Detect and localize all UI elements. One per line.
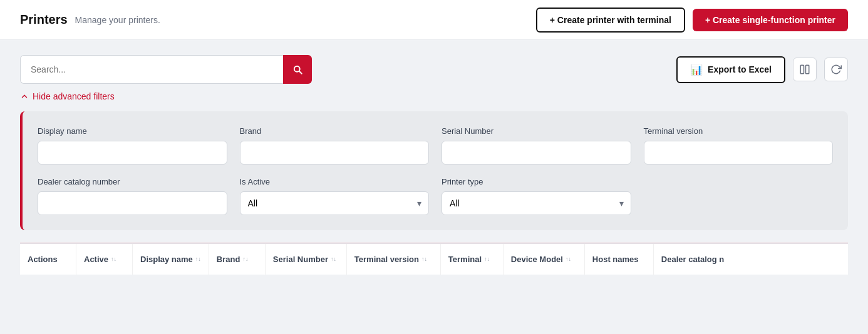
th-serial-number[interactable]: Serial Number ↑↓ [266, 244, 347, 275]
th-host-names-label: Host names [592, 255, 639, 264]
columns-toggle-button[interactable] [793, 58, 817, 81]
th-active-label: Active [84, 255, 108, 264]
main-content: 📊 Export to Excel Hide advanced filters [0, 40, 868, 334]
serial-number-input[interactable] [442, 141, 631, 164]
brand-input[interactable] [240, 141, 430, 164]
filter-panel: Display name Brand Serial Number Termina… [20, 111, 848, 230]
serial-number-label: Serial Number [442, 126, 631, 136]
dealer-catalog-field: Dealer catalog number [38, 177, 227, 215]
serial-number-field: Serial Number [442, 126, 631, 164]
terminal-version-field: Terminal version [644, 126, 834, 164]
terminal-version-input[interactable] [644, 141, 834, 164]
filter-row-bottom: Dealer catalog number Is Active All Yes … [38, 177, 833, 215]
search-input[interactable] [20, 55, 283, 84]
brand-label: Brand [240, 126, 430, 136]
th-dealer-catalog-label: Dealer catalog n [661, 255, 724, 264]
th-device-model[interactable]: Device Model ↑↓ [504, 244, 585, 275]
brand-field: Brand [240, 126, 430, 164]
page-subtitle: Manage your printers. [75, 15, 160, 25]
svg-rect-1 [806, 65, 809, 74]
sort-display-name-icon: ↑↓ [195, 256, 201, 262]
th-active[interactable]: Active ↑↓ [76, 244, 133, 275]
sort-device-model-icon: ↑↓ [566, 256, 571, 262]
create-printer-terminal-button[interactable]: + Create printer with terminal [536, 8, 685, 33]
display-name-field: Display name [38, 126, 227, 164]
printer-type-select[interactable]: All [442, 191, 631, 215]
refresh-button[interactable] [824, 58, 848, 81]
th-terminal-version-label: Terminal version [354, 255, 419, 264]
th-terminal[interactable]: Terminal ↑↓ [441, 244, 504, 275]
is-active-label: Is Active [240, 177, 430, 186]
printer-type-label: Printer type [442, 177, 631, 186]
excel-icon: 📊 [690, 64, 703, 76]
th-host-names: Host names [585, 244, 654, 275]
svg-rect-0 [800, 65, 803, 74]
search-button[interactable] [283, 55, 312, 84]
page-title: Printers [20, 13, 68, 27]
th-dealer-catalog: Dealer catalog n [654, 244, 735, 275]
table-header: Actions Active ↑↓ Display name ↑↓ Brand … [20, 243, 848, 275]
search-icon [292, 64, 303, 75]
display-name-label: Display name [38, 126, 227, 136]
advanced-filters-toggle[interactable]: Hide advanced filters [20, 91, 848, 101]
is-active-select[interactable]: All Yes No [240, 191, 430, 215]
dealer-catalog-label: Dealer catalog number [38, 177, 227, 186]
th-actions-label: Actions [28, 255, 58, 264]
export-label: Export to Excel [708, 64, 772, 74]
header-left: Printers Manage your printers. [20, 13, 160, 27]
filter-row-top: Display name Brand Serial Number Termina… [38, 126, 833, 164]
th-brand-label: Brand [217, 255, 240, 264]
th-terminal-version[interactable]: Terminal version ↑↓ [347, 244, 441, 275]
header-actions: + Create printer with terminal + Create … [536, 8, 848, 33]
dealer-catalog-input[interactable] [38, 191, 227, 215]
th-display-name[interactable]: Display name ↑↓ [133, 244, 209, 275]
is-active-field: Is Active All Yes No [240, 177, 430, 215]
th-actions: Actions [20, 244, 76, 275]
th-terminal-label: Terminal [448, 255, 482, 264]
export-excel-button[interactable]: 📊 Export to Excel [676, 56, 785, 83]
refresh-icon [830, 64, 842, 75]
printer-type-select-wrapper: All [442, 191, 631, 215]
sort-terminal-version-icon: ↑↓ [421, 256, 427, 262]
section-divider [20, 243, 848, 243]
page-header: Printers Manage your printers. + Create … [0, 0, 868, 40]
toolbar-right: 📊 Export to Excel [676, 56, 848, 83]
filter-spacer [644, 177, 834, 215]
create-single-function-printer-button[interactable]: + Create single-function printer [693, 9, 848, 31]
display-name-input[interactable] [38, 141, 227, 164]
search-row: 📊 Export to Excel [20, 55, 848, 84]
search-group [20, 55, 312, 84]
th-device-model-label: Device Model [511, 255, 563, 264]
columns-icon [799, 64, 810, 75]
sort-active-icon: ↑↓ [111, 256, 116, 262]
sort-brand-icon: ↑↓ [242, 256, 248, 262]
sort-terminal-icon: ↑↓ [484, 256, 490, 262]
th-brand[interactable]: Brand ↑↓ [209, 244, 266, 275]
sort-serial-number-icon: ↑↓ [331, 256, 336, 262]
is-active-select-wrapper: All Yes No [240, 191, 430, 215]
th-serial-number-label: Serial Number [273, 255, 328, 264]
th-display-name-label: Display name [140, 255, 193, 264]
terminal-version-label: Terminal version [644, 126, 834, 136]
filter-toggle-label: Hide advanced filters [33, 91, 115, 101]
chevron-up-icon [20, 92, 29, 101]
printer-type-field: Printer type All [442, 177, 631, 215]
